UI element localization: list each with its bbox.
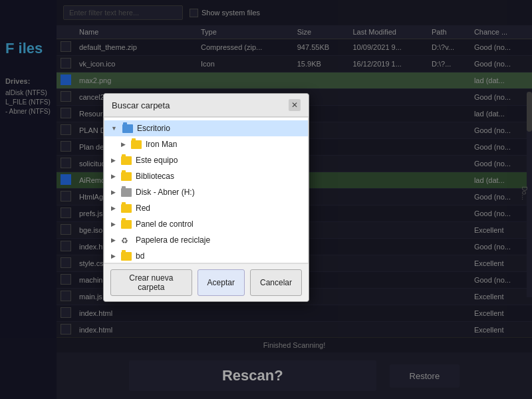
folder-label: Panel de control [136, 219, 194, 229]
folder-label: Este equipo [136, 156, 178, 165]
folder-label: Escritorio [137, 124, 170, 133]
dialog-titlebar: Buscar carpeta ✕ [104, 94, 309, 117]
folder-item[interactable]: ▶Panel de control [104, 216, 308, 232]
chevron-icon: ▶ [121, 141, 126, 148]
folder-icon [121, 220, 132, 229]
chevron-icon: ▶ [111, 253, 116, 259]
chevron-icon: ▼ [111, 125, 117, 132]
folder-icon [121, 204, 132, 213]
folder-item[interactable]: ▶Red [104, 200, 308, 216]
buscar-carpeta-dialog: Buscar carpeta ✕ ▼Escritorio▶Iron Man▶Es… [103, 93, 309, 302]
folder-label: bd [136, 251, 144, 261]
folder-icon [121, 252, 132, 261]
folder-item[interactable]: ▼Escritorio [104, 120, 308, 136]
dialog-close-button[interactable]: ✕ [289, 99, 301, 111]
folder-item[interactable]: ▶bd [104, 248, 308, 263]
folder-item[interactable]: ▶Este equipo [104, 152, 308, 168]
folder-label: Red [136, 203, 150, 213]
chevron-icon: ▶ [111, 205, 116, 211]
folder-icon [122, 124, 133, 133]
folder-icon [131, 140, 142, 149]
chevron-icon: ▶ [111, 189, 116, 196]
folder-item[interactable]: ▶Disk - Abner (H:) [104, 184, 308, 200]
folder-label: Iron Man [146, 140, 177, 149]
dialog-footer: Crear nueva carpeta Aceptar Cancelar [104, 263, 309, 301]
folder-icon: ♻ [121, 236, 132, 245]
dialog-body: ▼Escritorio▶Iron Man▶Este equipo▶Bibliot… [104, 117, 309, 263]
folder-item[interactable]: ▶Bibliotecas [104, 168, 308, 184]
folder-item[interactable]: ▶♻Papelera de reciclaje [104, 232, 308, 248]
accept-button[interactable]: Aceptar [198, 269, 245, 296]
new-folder-button[interactable]: Crear nueva carpeta [110, 269, 192, 296]
dialog-overlay: Buscar carpeta ✕ ▼Escritorio▶Iron Man▶Es… [0, 0, 532, 399]
chevron-icon: ▶ [111, 237, 116, 243]
folder-label: Papelera de reciclaje [136, 235, 210, 245]
cancel-button[interactable]: Cancelar [250, 269, 302, 296]
chevron-icon: ▶ [111, 157, 116, 164]
folder-label: Disk - Abner (H:) [136, 188, 195, 197]
folder-icon [121, 156, 132, 165]
folder-item[interactable]: ▶Iron Man [104, 136, 308, 152]
chevron-icon: ▶ [111, 173, 116, 180]
dialog-title: Buscar carpeta [112, 100, 170, 110]
chevron-icon: ▶ [111, 221, 116, 227]
folder-icon [121, 188, 132, 197]
folder-label: Bibliotecas [136, 172, 174, 181]
folder-list: ▼Escritorio▶Iron Man▶Este equipo▶Bibliot… [104, 117, 309, 263]
folder-icon [121, 172, 132, 181]
